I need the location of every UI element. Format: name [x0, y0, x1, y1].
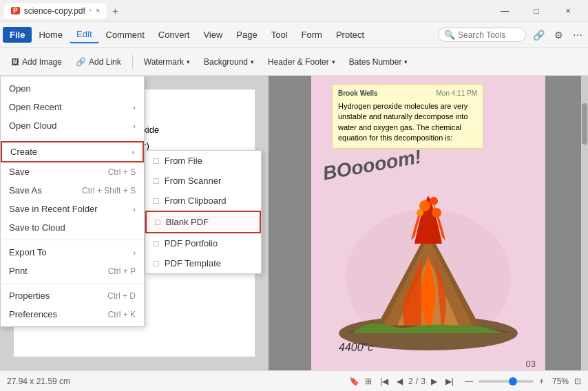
window-controls: — □ ×: [489, 0, 584, 22]
title-bar: P science-copy.pdf * × + — □ ×: [0, 0, 588, 22]
menu-save-cloud[interactable]: Save to Cloud: [1, 218, 144, 237]
bookmark-icon[interactable]: 🔖: [349, 377, 359, 386]
temp-text: 4400°c: [339, 341, 373, 354]
background-dropdown-icon: ▾: [251, 59, 254, 65]
bates-dropdown-icon: ▾: [404, 59, 408, 65]
zoom-in-btn[interactable]: +: [536, 375, 547, 388]
minimize-btn[interactable]: —: [489, 0, 521, 22]
right-panel: Brook Wells Mon 4:11 PM Hydrogen peroxid…: [269, 76, 588, 370]
zoom-control: — +: [462, 375, 547, 388]
bates-number-btn[interactable]: Bates Number ▾: [344, 54, 414, 70]
background-btn[interactable]: Background ▾: [198, 54, 260, 70]
total-pages: 3: [421, 377, 426, 386]
search-box[interactable]: 🔍: [438, 28, 526, 42]
open-recent-arrow: ›: [133, 103, 136, 112]
status-bar-right: 🔖 ⊞ |◀ ◀ 2 / 3 ▶ ▶| — + 75% ⊡: [349, 375, 581, 388]
add-image-btn[interactable]: 🖼 Add Image: [6, 54, 67, 70]
menu-create[interactable]: Create ›: [1, 141, 144, 162]
add-link-btn[interactable]: 🔗 Add Link: [70, 54, 127, 70]
header-footer-btn[interactable]: Header & Footer ▾: [262, 54, 341, 70]
add-image-icon: 🖼: [11, 57, 19, 67]
settings-icon[interactable]: ⚙: [552, 28, 566, 42]
menu-form[interactable]: Form: [295, 27, 329, 43]
export-arrow: ›: [133, 249, 136, 257]
menu-tool[interactable]: Tool: [264, 27, 295, 43]
from-file-icon: □: [154, 156, 159, 166]
menu-save[interactable]: Save Ctrl + S: [1, 162, 144, 181]
status-bar: 27.94 x 21.59 cm 🔖 ⊞ |◀ ◀ 2 / 3 ▶ ▶| — +…: [0, 370, 588, 391]
link-icon: 🔗: [76, 57, 86, 67]
menu-save-recent[interactable]: Save in Recent Folder ›: [1, 200, 144, 218]
zoom-out-btn[interactable]: —: [462, 375, 476, 388]
svg-point-7: [417, 209, 423, 216]
create-submenu[interactable]: □ From File □ From Scanner □ From Clipbo…: [145, 150, 262, 274]
watermark-btn[interactable]: Watermark ▾: [138, 54, 196, 70]
blank-pdf-icon: □: [155, 217, 160, 227]
menu-edit[interactable]: Edit: [70, 26, 98, 43]
create-arrow: ›: [132, 148, 134, 156]
scrollbar-thumb[interactable]: [582, 103, 587, 145]
page-dimensions: 27.94 x 21.59 cm: [7, 377, 70, 386]
menu-save-as[interactable]: Save As Ctrl + Shift + S: [1, 181, 144, 200]
prev-page-btn[interactable]: ◀: [394, 375, 406, 388]
current-page: 2: [408, 377, 413, 386]
header-footer-dropdown-icon: ▾: [332, 59, 335, 65]
new-tab-btn[interactable]: +: [108, 3, 122, 19]
search-icon: 🔍: [444, 30, 455, 40]
submenu-from-clipboard[interactable]: □ From Clipboard: [145, 191, 261, 211]
watermark-dropdown-icon: ▾: [187, 59, 190, 65]
menu-open-cloud[interactable]: Open Cloud ›: [1, 116, 144, 135]
right-scrollbar[interactable]: [581, 76, 588, 370]
submenu-pdf-portfolio[interactable]: □ PDF Portfolio: [145, 233, 261, 253]
tab-close-btn[interactable]: ×: [96, 7, 100, 14]
save-recent-arrow: ›: [133, 205, 136, 213]
left-panel: Reaction 125ml 10% Hydrogen Peroxide1 Sa…: [0, 76, 269, 370]
tab-list: P science-copy.pdf * × +: [4, 3, 489, 19]
menu-open-recent[interactable]: Open Recent ›: [1, 98, 144, 116]
menu-view[interactable]: View: [196, 27, 229, 43]
open-cloud-arrow: ›: [133, 122, 136, 130]
menu-page[interactable]: Page: [229, 27, 264, 43]
page-canvas: Brook Wells Mon 4:11 PM Hydrogen peroxid…: [311, 76, 545, 370]
menu-print[interactable]: Print Ctrl + P: [1, 262, 144, 280]
tab-title: science-copy.pdf: [24, 6, 85, 16]
menu-home[interactable]: Home: [32, 27, 70, 43]
menu-file[interactable]: File: [3, 27, 32, 43]
external-link-icon[interactable]: 🔗: [530, 28, 547, 42]
menu-bar-right: 🔍 🔗 ⚙ ⋯: [438, 28, 585, 42]
menu-convert[interactable]: Convert: [151, 27, 197, 43]
menu-open[interactable]: Open: [1, 79, 144, 98]
close-btn[interactable]: ×: [552, 0, 584, 22]
pdf-template-icon: □: [154, 258, 159, 268]
menu-properties[interactable]: Properties Ctrl + D: [1, 286, 144, 305]
pdf-portfolio-icon: □: [154, 238, 159, 249]
first-page-btn[interactable]: |◀: [377, 375, 391, 388]
zoom-thumb[interactable]: [509, 377, 517, 385]
menu-comment[interactable]: Comment: [99, 27, 151, 43]
zoom-track[interactable]: [479, 380, 534, 383]
main-area: Reaction 125ml 10% Hydrogen Peroxide1 Sa…: [0, 76, 588, 370]
svg-point-8: [432, 208, 441, 218]
volcano-area: [311, 175, 545, 354]
svg-point-6: [430, 197, 438, 205]
submenu-blank-pdf[interactable]: □ Blank PDF: [145, 211, 261, 233]
more-icon[interactable]: ⋯: [570, 28, 585, 42]
last-page-btn[interactable]: ▶|: [443, 375, 456, 388]
sticky-note: Brook Wells Mon 4:11 PM Hydrogen peroxid…: [332, 84, 483, 149]
zoom-percent: 75%: [552, 377, 569, 386]
next-page-btn[interactable]: ▶: [428, 375, 440, 388]
submenu-from-scanner[interactable]: □ From Scanner: [145, 171, 261, 191]
active-tab[interactable]: P science-copy.pdf * ×: [4, 3, 107, 19]
fit-page-icon[interactable]: ⊡: [574, 377, 581, 386]
submenu-pdf-template[interactable]: □ PDF Template: [145, 253, 261, 273]
maximize-btn[interactable]: □: [521, 0, 552, 22]
menu-export[interactable]: Export To ›: [1, 243, 144, 262]
fit-icon[interactable]: ⊞: [365, 377, 372, 386]
from-scanner-icon: □: [154, 176, 159, 186]
volcano-svg: [325, 175, 532, 354]
menu-protect[interactable]: Protect: [329, 27, 371, 43]
file-dropdown-menu[interactable]: Open Open Recent › Open Cloud › Create ›: [0, 76, 145, 327]
menu-preferences[interactable]: Preferences Ctrl + K: [1, 305, 144, 324]
submenu-from-file[interactable]: □ From File: [145, 151, 261, 171]
search-input[interactable]: [458, 30, 520, 40]
